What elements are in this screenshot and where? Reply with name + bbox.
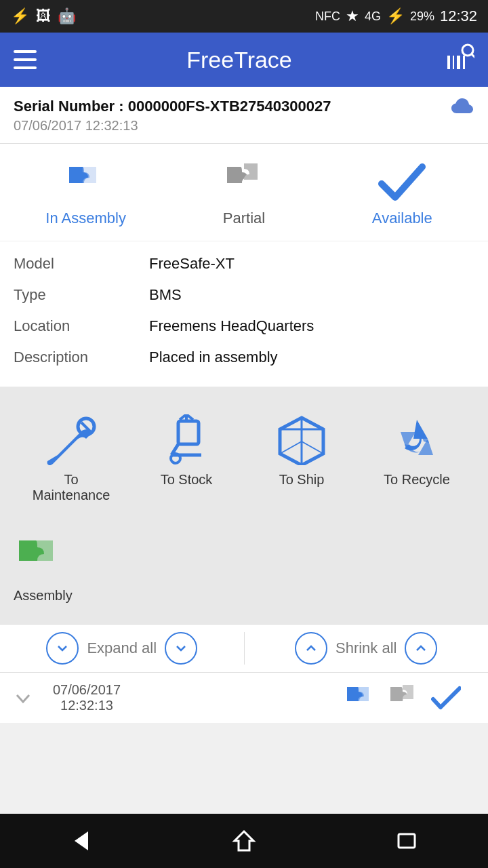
svg-line-19 [302, 441, 323, 454]
svg-rect-2 [14, 66, 37, 69]
available-label: Available [372, 210, 432, 227]
serial-label: Serial Number : [14, 98, 128, 115]
svg-rect-0 [14, 50, 37, 53]
description-label: Description [14, 349, 149, 366]
svg-rect-6 [453, 56, 454, 69]
back-button[interactable] [69, 829, 94, 853]
clock: 12:32 [440, 7, 477, 25]
serial-datetime: 07/06/2017 12:32:13 [14, 118, 474, 134]
svg-rect-1 [14, 58, 37, 61]
app-title: FreeTrace [37, 47, 442, 73]
in-assembly-label: In Assembly [45, 210, 126, 227]
location-row: Location Freemens HeadQuarters [14, 311, 474, 342]
svg-rect-10 [178, 421, 199, 444]
model-value: FreeSafe-XT [149, 255, 235, 273]
recent-apps-button[interactable] [394, 829, 419, 853]
to-stock-button[interactable]: To Stock [129, 408, 244, 510]
battery-lightning: ⚡ [386, 7, 405, 25]
svg-line-18 [280, 441, 302, 454]
svg-marker-21 [235, 831, 253, 850]
barcode-scanner-icon[interactable] [442, 43, 474, 76]
svg-rect-8 [463, 56, 465, 69]
hamburger-menu[interactable] [14, 50, 37, 69]
svg-marker-20 [75, 831, 88, 850]
status-icons-row: In Assembly Partial Available [0, 144, 488, 241]
svg-rect-5 [447, 56, 450, 69]
to-maintenance-button[interactable]: ToMaintenance [14, 408, 129, 510]
shrink-all-icon[interactable] [295, 632, 327, 665]
expand-shrink-bar: Expand all Shrink all [0, 624, 488, 673]
description-row: Description Placed in assembly [14, 342, 474, 373]
type-label: Type [14, 286, 149, 304]
type-value: BMS [149, 286, 182, 304]
to-stock-label: To Stock [161, 472, 213, 488]
to-recycle-label: To Recycle [384, 472, 450, 488]
assembly-label: Assembly [14, 588, 73, 604]
image-icon: 🖼 [36, 7, 51, 25]
svg-point-3 [462, 45, 473, 56]
status-bar: ⚡ 🖼 🤖 NFC ★ 4G ⚡ 29% 12:32 [0, 0, 488, 33]
model-label: Model [14, 255, 149, 273]
to-recycle-button[interactable]: To Recycle [359, 408, 474, 510]
status-left: ⚡ 🖼 🤖 [11, 7, 76, 25]
to-ship-button[interactable]: To Ship [244, 408, 359, 510]
history-puzzle-icon [344, 683, 374, 713]
history-datetime: 07/06/2017 12:32:13 [46, 682, 127, 713]
svg-rect-22 [399, 834, 415, 848]
status-available[interactable]: Available [324, 160, 481, 227]
details-section: Model FreeSafe-XT Type BMS Location Free… [0, 241, 488, 387]
status-partial[interactable]: Partial [165, 160, 322, 227]
expand-all-icon[interactable] [46, 632, 79, 665]
expand-all-label: Expand all [87, 639, 157, 657]
nfc-icon: NFC [315, 9, 340, 24]
expand-all-section[interactable]: Expand all [0, 632, 245, 665]
history-row: 07/06/2017 12:32:13 [0, 673, 488, 723]
expand-row-icon[interactable] [14, 688, 33, 707]
serial-value: 0000000FS-XTB27540300027 [128, 98, 331, 115]
signal-indicator: 4G [365, 9, 381, 24]
assembly-section: Assembly [0, 524, 488, 624]
status-in-assembly[interactable]: In Assembly [7, 160, 164, 227]
expand-all-btn[interactable] [165, 632, 197, 665]
actions-section: ToMaintenance To Stock To Ship [0, 387, 488, 524]
history-available-icon [431, 683, 461, 713]
history-partial-icon [388, 683, 418, 713]
serial-number-text: Serial Number : 0000000FS-XTB27540300027 [14, 98, 331, 115]
svg-rect-7 [457, 56, 460, 69]
shrink-all-section[interactable]: Shrink all [245, 632, 489, 665]
location-label: Location [14, 317, 149, 335]
battery-level: 29% [410, 9, 434, 24]
svg-line-4 [472, 54, 474, 60]
assembly-button[interactable]: Assembly [14, 530, 73, 604]
bottom-nav [0, 814, 488, 868]
status-right: NFC ★ 4G ⚡ 29% 12:32 [315, 7, 477, 25]
cloud-sync-icon[interactable] [450, 98, 474, 115]
history-icons [344, 683, 461, 713]
android-icon: 🤖 [58, 7, 76, 25]
topbar: FreeTrace [0, 33, 488, 87]
shrink-all-btn[interactable] [405, 632, 437, 665]
shrink-all-label: Shrink all [336, 639, 396, 657]
star-icon: ★ [346, 7, 359, 25]
to-maintenance-label: ToMaintenance [33, 472, 110, 503]
serial-section: Serial Number : 0000000FS-XTB27540300027… [0, 87, 488, 144]
home-button[interactable] [232, 829, 256, 853]
description-value: Placed in assembly [149, 349, 278, 366]
partial-label: Partial [223, 210, 265, 227]
usb-icon: ⚡ [11, 7, 29, 25]
model-row: Model FreeSafe-XT [14, 248, 474, 279]
type-row: Type BMS [14, 279, 474, 311]
to-ship-label: To Ship [279, 472, 325, 488]
location-value: Freemens HeadQuarters [149, 317, 314, 335]
